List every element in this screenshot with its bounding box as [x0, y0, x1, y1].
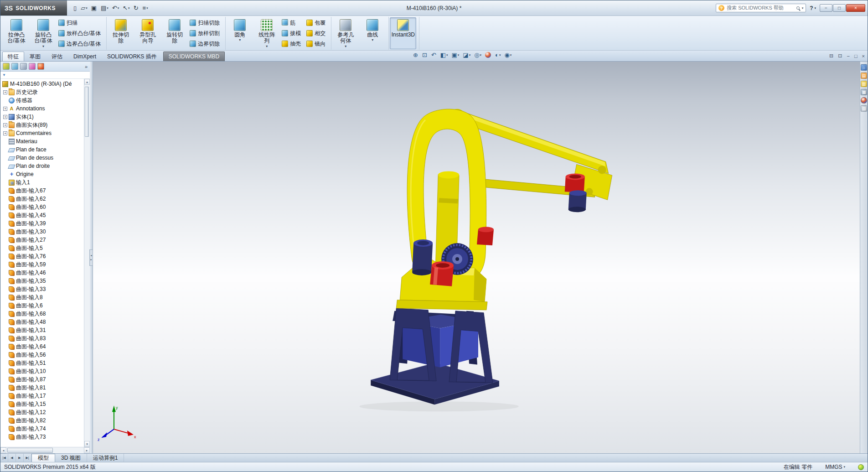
ribbon-feature-button[interactable]: 异型孔 向导 — [134, 17, 161, 49]
tree-item[interactable]: 曲面-输入59 — [2, 260, 83, 269]
tree-item[interactable]: 曲面-输入5 — [2, 244, 83, 252]
ribbon-feature-button[interactable]: 边界凸台/基体 — [57, 39, 104, 48]
tree-item[interactable]: Annotations — [2, 104, 83, 113]
help-search-box[interactable]: ? 搜索 SOLIDWORKS 帮助 ▾ — [716, 4, 806, 12]
tree-item[interactable]: 曲面-输入64 — [2, 342, 83, 351]
ribbon-feature-button[interactable]: 圆角 ▾ — [227, 17, 253, 49]
expand-toggle-icon[interactable] — [3, 131, 7, 135]
ribbon-feature-button[interactable]: 包覆 — [305, 18, 329, 27]
manager-tab-icon[interactable] — [37, 63, 44, 70]
quick-tips-globe-icon[interactable] — [858, 464, 864, 470]
bottom-tab[interactable]: 运动算例1 — [87, 454, 124, 462]
search-dropdown-icon[interactable]: ▾ — [802, 6, 804, 10]
scroll-left-button[interactable]: ◂ — [0, 447, 6, 453]
tree-filter-row[interactable]: ▼ — [0, 72, 90, 79]
command-tab[interactable]: 评估 — [46, 52, 68, 61]
manager-tab-icon[interactable] — [11, 63, 18, 70]
tab-nav-button[interactable]: ▶| — [24, 454, 31, 462]
ribbon-feature-button[interactable]: 拉伸凸 台/基体 — [3, 17, 30, 49]
document-control-button[interactable]: ⊟ — [829, 53, 833, 59]
expand-toggle-icon[interactable] — [3, 90, 7, 94]
scroll-thumb[interactable] — [85, 87, 89, 137]
view-tool-button[interactable] — [485, 52, 491, 58]
tree-item[interactable]: 曲面-输入10 — [2, 367, 83, 375]
ribbon-feature-button[interactable]: 旋转凸 台/基体 ▾ — [30, 17, 57, 49]
search-icon[interactable] — [796, 6, 800, 10]
scroll-track[interactable] — [6, 447, 84, 453]
view-tool-button[interactable]: ⊕ — [413, 52, 418, 58]
tree-item[interactable]: 曲面-输入12 — [2, 408, 83, 416]
tree-item[interactable]: Commentaires — [2, 129, 83, 137]
tree-item[interactable]: 历史记录 — [2, 88, 83, 96]
tree-item[interactable]: Origine — [2, 170, 83, 178]
task-pane-icon[interactable] — [861, 97, 867, 104]
view-tool-button[interactable]: ◎ ▾ — [474, 52, 481, 58]
tree-item[interactable]: 曲面-输入74 — [2, 425, 83, 433]
panel-splitter[interactable]: ◂ ▸ — [90, 62, 93, 453]
graphics-area[interactable]: y x z — [93, 62, 860, 453]
view-tool-button[interactable]: ⊡ — [422, 52, 428, 58]
ribbon-feature-button[interactable]: 镜向 — [305, 39, 329, 48]
ribbon-feature-button[interactable]: 拔模 — [281, 29, 305, 38]
ribbon-feature-button[interactable]: 旋转切 除 — [161, 17, 188, 49]
tree-item[interactable]: 曲面-输入45 — [2, 211, 83, 219]
document-control-button[interactable]: × — [862, 53, 865, 59]
tree-item[interactable]: 曲面-输入60 — [2, 203, 83, 211]
command-tab[interactable]: SOLIDWORKS 插件 — [102, 52, 162, 61]
tree-item[interactable]: 曲面-输入48 — [2, 318, 83, 326]
manager-overflow-button[interactable]: » — [85, 64, 88, 69]
tree-item[interactable]: 曲面-输入76 — [2, 252, 83, 260]
tree-item[interactable]: Plan de droite — [2, 162, 83, 170]
ribbon-feature-button[interactable]: 参考几 何体 ▾ — [332, 17, 359, 49]
tree-item[interactable]: 实体(1) — [2, 113, 83, 121]
tree-item[interactable]: 曲面-输入35 — [2, 277, 83, 285]
quick-tool-button[interactable]: ▱ ▾ — [79, 3, 89, 14]
tree-item[interactable]: 曲面-输入33 — [2, 285, 83, 293]
ribbon-feature-button[interactable]: 拉伸切 除 — [108, 17, 134, 49]
bottom-tab[interactable]: 模型 — [31, 454, 55, 462]
ribbon-feature-button[interactable]: 线性阵 列 ▾ — [253, 17, 280, 49]
tree-item[interactable]: 曲面-输入39 — [2, 219, 83, 228]
task-pane-icon[interactable]: ▤ — [861, 73, 867, 79]
window-control-button[interactable]: × — [846, 4, 865, 12]
tree-item[interactable]: 输入1 — [2, 178, 83, 187]
command-tab[interactable]: 特征 — [2, 52, 24, 61]
ribbon-feature-button[interactable]: 抽壳 — [281, 39, 305, 48]
tree-item[interactable]: 曲面实体(89) — [2, 121, 83, 129]
quick-tool-button[interactable]: ↶ ▾ — [110, 3, 121, 14]
quick-tool-button[interactable]: ▯ — [72, 3, 79, 14]
task-pane-icon[interactable]: ▦ — [861, 89, 867, 95]
scroll-up-button[interactable]: ▴ — [84, 79, 90, 85]
tree-item[interactable]: 传感器 — [2, 96, 83, 104]
ribbon-feature-button[interactable]: 扫描切除 — [189, 18, 223, 27]
tree-item[interactable]: Plan de face — [2, 145, 83, 154]
help-button[interactable]: ? ▾ — [810, 5, 816, 11]
task-pane-icon[interactable]: ▥ — [861, 81, 867, 87]
tree-item[interactable]: 曲面-输入67 — [2, 187, 83, 195]
task-pane-icon[interactable]: ▨ — [861, 105, 867, 112]
bottom-tab[interactable]: 3D 视图 — [55, 454, 87, 462]
document-control-button[interactable]: − — [847, 53, 849, 59]
robot-stand[interactable] — [371, 308, 499, 405]
view-tool-button[interactable]: ▣ ▾ — [452, 52, 460, 58]
ribbon-feature-button[interactable]: 放样切割 — [189, 29, 223, 38]
manager-tab-icon[interactable] — [20, 63, 27, 70]
ribbon-feature-button[interactable]: 边界切除 — [189, 39, 223, 48]
tab-nav-button[interactable]: ◀ — [8, 454, 16, 462]
document-control-button[interactable]: □ — [854, 53, 858, 59]
tree-item[interactable]: 曲面-输入81 — [2, 384, 83, 392]
tree-item[interactable]: 曲面-输入73 — [2, 433, 83, 441]
expand-toggle-icon[interactable] — [3, 123, 7, 127]
ribbon-feature-button[interactable]: 扫描 — [57, 18, 104, 27]
tree-item[interactable]: 曲面-输入27 — [2, 236, 83, 244]
window-control-button[interactable]: □ — [833, 4, 846, 12]
robot-arm[interactable] — [396, 109, 612, 310]
command-tab[interactable]: DimXpert — [68, 52, 102, 61]
scroll-thumb[interactable] — [7, 448, 53, 453]
command-tab[interactable]: 草图 — [24, 52, 46, 61]
tree-item[interactable]: 曲面-输入82 — [2, 416, 83, 425]
tree-item[interactable]: 曲面-输入51 — [2, 359, 83, 367]
ribbon-feature-button[interactable]: 放样凸台/基体 — [57, 29, 104, 38]
tree-item[interactable]: 曲面-输入6 — [2, 301, 83, 310]
quick-tool-button[interactable]: ▤ ▾ — [99, 3, 110, 14]
